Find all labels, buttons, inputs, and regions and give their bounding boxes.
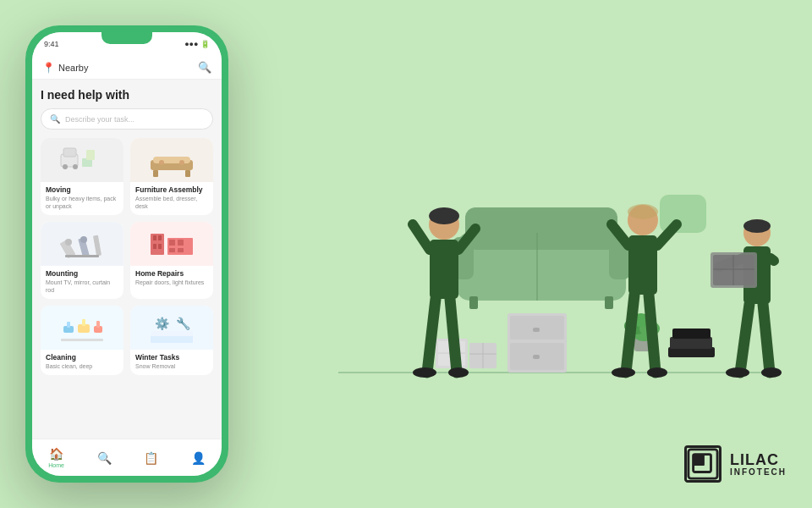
service-card-cleaning[interactable]: Cleaning Basic clean, deep (41, 306, 123, 375)
svg-line-83 (626, 295, 634, 373)
svg-line-96 (740, 304, 749, 373)
svg-line-75 (450, 299, 457, 373)
svg-text:🔧: 🔧 (176, 317, 191, 331)
location-bar: 📍 Nearby (42, 62, 88, 74)
help-title: I need help with (41, 88, 213, 102)
svg-point-76 (413, 367, 436, 378)
logo-text: LILAC INFOTECH (730, 452, 787, 477)
furniture-illustration (130, 138, 213, 182)
nav-profile[interactable]: 👤 (191, 451, 206, 465)
nav-home[interactable]: 🏠 Home (48, 447, 64, 468)
top-bar: 📍 Nearby 🔍 (32, 56, 222, 80)
svg-rect-19 (151, 234, 164, 255)
search-nav-icon: 🔍 (97, 451, 112, 465)
svg-rect-8 (153, 157, 190, 163)
profile-icon: 👤 (191, 451, 206, 465)
svg-point-88 (743, 219, 771, 233)
service-card-repairs[interactable]: Home Repairs Repair doors, light fixture… (130, 222, 213, 299)
service-title-mounting: Mounting (41, 266, 123, 279)
search-placeholder: Describe your task... (65, 115, 134, 124)
search-icon[interactable]: 🔍 (198, 61, 211, 74)
svg-rect-37 (151, 331, 193, 336)
svg-rect-45 (533, 328, 540, 332)
svg-rect-68 (605, 296, 613, 309)
svg-rect-28 (178, 248, 184, 252)
svg-point-12 (179, 160, 184, 165)
phone-notch (102, 32, 152, 44)
service-title-furniture: Furniture Assembly (130, 182, 213, 195)
svg-point-16 (80, 236, 87, 243)
service-desc-cleaning: Basic clean, deep (41, 362, 123, 370)
svg-point-14 (65, 239, 72, 246)
svg-line-72 (413, 224, 430, 250)
search-bar-icon: 🔍 (50, 114, 60, 124)
svg-point-77 (448, 367, 469, 378)
svg-point-2 (63, 164, 68, 169)
svg-rect-61 (672, 329, 710, 339)
svg-rect-25 (169, 240, 175, 246)
winter-illustration: ⚙️ 🔧 (130, 306, 213, 350)
service-card-moving[interactable]: Moving Bulky or heavy items, pack or unp… (41, 138, 123, 215)
service-img-moving (41, 138, 123, 182)
svg-rect-67 (469, 296, 478, 309)
app-content: I need help with 🔍 Describe your task... (32, 80, 222, 439)
logo-icon (684, 445, 721, 483)
svg-rect-32 (82, 319, 85, 326)
home-icon: 🏠 (49, 447, 63, 461)
service-card-mounting[interactable]: Mounting Mount TV, mirror, curtain rod (41, 222, 123, 299)
svg-line-84 (649, 295, 656, 373)
svg-rect-10 (185, 170, 190, 177)
svg-rect-26 (178, 240, 184, 246)
service-img-cleaning (41, 306, 123, 350)
search-bar[interactable]: 🔍 Describe your task... (41, 108, 213, 130)
svg-line-74 (427, 299, 436, 373)
service-desc-winter: Snow Removal (130, 362, 213, 370)
location-icon: 📍 (42, 62, 55, 74)
svg-point-85 (612, 367, 635, 378)
service-card-furniture[interactable]: Furniture Assembly Assemble bed, dresser… (130, 138, 213, 215)
svg-point-3 (73, 164, 78, 169)
service-img-repairs (130, 222, 213, 266)
service-title-cleaning: Cleaning (41, 350, 123, 362)
service-card-winter[interactable]: ⚙️ 🔧 Winter Tasks Snow Removal (130, 306, 213, 375)
illustration-area (288, 0, 812, 508)
svg-point-79 (628, 204, 658, 219)
service-desc-moving: Bulky or heavy items, pack or unpack (41, 195, 123, 210)
svg-rect-60 (670, 337, 712, 349)
svg-rect-23 (158, 244, 162, 249)
svg-rect-17 (93, 235, 102, 256)
logo-area: LILAC INFOTECH (684, 445, 787, 483)
service-img-winter: ⚙️ 🔧 (130, 306, 213, 350)
nav-search[interactable]: 🔍 (97, 451, 112, 465)
svg-rect-30 (67, 322, 70, 328)
service-desc-mounting: Mount TV, mirror, curtain rod (41, 279, 123, 294)
svg-rect-6 (94, 160, 101, 167)
service-img-furniture (130, 138, 213, 182)
service-img-mounting (41, 222, 123, 266)
svg-point-99 (761, 367, 782, 378)
svg-rect-41 (660, 195, 706, 233)
svg-line-82 (657, 224, 677, 246)
svg-rect-27 (169, 248, 175, 252)
service-title-repairs: Home Repairs (130, 266, 213, 279)
svg-rect-102 (693, 455, 704, 466)
svg-rect-35 (61, 339, 103, 341)
service-title-moving: Moving (41, 182, 123, 195)
svg-rect-34 (96, 321, 100, 328)
status-time: 9:41 (44, 40, 59, 48)
logo-subtitle: INFOTECH (730, 467, 787, 477)
nav-tasks[interactable]: 📋 (144, 451, 158, 465)
location-label: Nearby (58, 63, 88, 73)
svg-rect-46 (533, 355, 540, 359)
svg-line-91 (771, 258, 774, 261)
svg-rect-63 (465, 207, 617, 250)
tasks-icon: 📋 (144, 451, 158, 465)
moving-scene-svg (288, 42, 812, 415)
mounting-illustration (41, 222, 123, 266)
svg-line-97 (763, 304, 770, 373)
service-title-winter: Winter Tasks (130, 350, 213, 362)
repairs-illustration (130, 222, 213, 266)
phone-screen: 9:41 ●●● 🔋 📍 Nearby 🔍 I need help with 🔍… (32, 32, 222, 476)
phone-mockup: 9:41 ●●● 🔋 📍 Nearby 🔍 I need help with 🔍… (25, 25, 228, 483)
svg-rect-5 (86, 150, 95, 160)
